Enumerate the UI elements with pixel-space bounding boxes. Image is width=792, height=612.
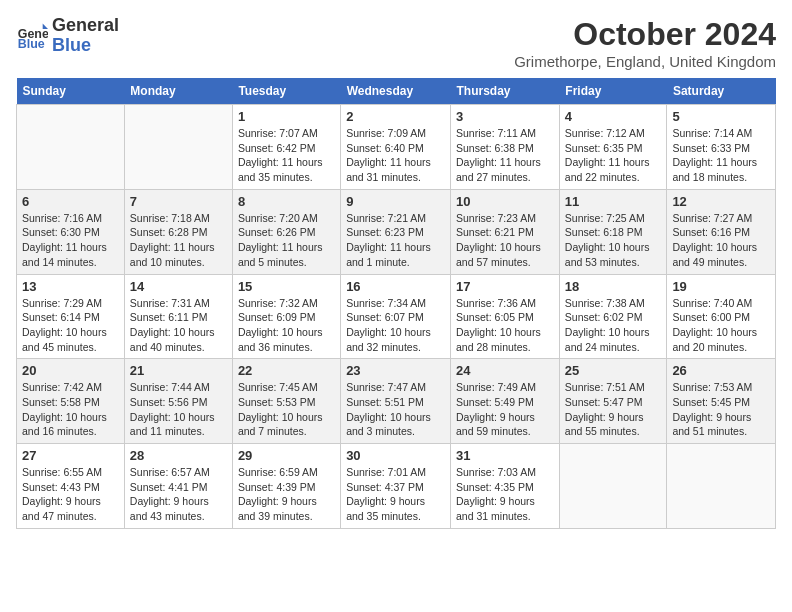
day-info: Sunrise: 7:25 AMSunset: 6:18 PMDaylight:… bbox=[565, 211, 662, 270]
day-number: 8 bbox=[238, 194, 335, 209]
weekday-header-sunday: Sunday bbox=[17, 78, 125, 105]
logo: General Blue General Blue bbox=[16, 16, 119, 56]
day-number: 15 bbox=[238, 279, 335, 294]
calendar-cell: 14Sunrise: 7:31 AMSunset: 6:11 PMDayligh… bbox=[124, 274, 232, 359]
day-number: 11 bbox=[565, 194, 662, 209]
calendar-cell: 23Sunrise: 7:47 AMSunset: 5:51 PMDayligh… bbox=[341, 359, 451, 444]
day-number: 19 bbox=[672, 279, 770, 294]
svg-text:Blue: Blue bbox=[18, 37, 45, 51]
day-number: 9 bbox=[346, 194, 445, 209]
calendar-cell bbox=[559, 444, 667, 529]
page-header: General Blue General Blue October 2024 G… bbox=[16, 16, 776, 70]
calendar-week-row: 13Sunrise: 7:29 AMSunset: 6:14 PMDayligh… bbox=[17, 274, 776, 359]
day-info: Sunrise: 7:49 AMSunset: 5:49 PMDaylight:… bbox=[456, 380, 554, 439]
weekday-header-thursday: Thursday bbox=[451, 78, 560, 105]
day-number: 30 bbox=[346, 448, 445, 463]
calendar-cell: 17Sunrise: 7:36 AMSunset: 6:05 PMDayligh… bbox=[451, 274, 560, 359]
day-info: Sunrise: 7:34 AMSunset: 6:07 PMDaylight:… bbox=[346, 296, 445, 355]
calendar-cell: 20Sunrise: 7:42 AMSunset: 5:58 PMDayligh… bbox=[17, 359, 125, 444]
day-number: 23 bbox=[346, 363, 445, 378]
day-number: 14 bbox=[130, 279, 227, 294]
day-number: 29 bbox=[238, 448, 335, 463]
day-info: Sunrise: 7:14 AMSunset: 6:33 PMDaylight:… bbox=[672, 126, 770, 185]
day-info: Sunrise: 7:16 AMSunset: 6:30 PMDaylight:… bbox=[22, 211, 119, 270]
logo-text: General Blue bbox=[52, 16, 119, 56]
day-info: Sunrise: 7:09 AMSunset: 6:40 PMDaylight:… bbox=[346, 126, 445, 185]
day-number: 4 bbox=[565, 109, 662, 124]
day-info: Sunrise: 7:42 AMSunset: 5:58 PMDaylight:… bbox=[22, 380, 119, 439]
day-number: 22 bbox=[238, 363, 335, 378]
calendar-cell: 7Sunrise: 7:18 AMSunset: 6:28 PMDaylight… bbox=[124, 189, 232, 274]
day-number: 17 bbox=[456, 279, 554, 294]
calendar-cell: 24Sunrise: 7:49 AMSunset: 5:49 PMDayligh… bbox=[451, 359, 560, 444]
day-number: 7 bbox=[130, 194, 227, 209]
day-info: Sunrise: 7:03 AMSunset: 4:35 PMDaylight:… bbox=[456, 465, 554, 524]
logo-line1: General bbox=[52, 16, 119, 36]
day-info: Sunrise: 7:51 AMSunset: 5:47 PMDaylight:… bbox=[565, 380, 662, 439]
day-info: Sunrise: 7:36 AMSunset: 6:05 PMDaylight:… bbox=[456, 296, 554, 355]
day-info: Sunrise: 7:23 AMSunset: 6:21 PMDaylight:… bbox=[456, 211, 554, 270]
weekday-header-wednesday: Wednesday bbox=[341, 78, 451, 105]
logo-line2: Blue bbox=[52, 36, 119, 56]
day-number: 3 bbox=[456, 109, 554, 124]
title-block: October 2024 Grimethorpe, England, Unite… bbox=[514, 16, 776, 70]
logo-icon: General Blue bbox=[16, 20, 48, 52]
calendar-cell: 27Sunrise: 6:55 AMSunset: 4:43 PMDayligh… bbox=[17, 444, 125, 529]
calendar-cell: 29Sunrise: 6:59 AMSunset: 4:39 PMDayligh… bbox=[232, 444, 340, 529]
calendar-cell bbox=[667, 444, 776, 529]
day-info: Sunrise: 7:20 AMSunset: 6:26 PMDaylight:… bbox=[238, 211, 335, 270]
day-info: Sunrise: 7:21 AMSunset: 6:23 PMDaylight:… bbox=[346, 211, 445, 270]
day-number: 10 bbox=[456, 194, 554, 209]
day-number: 5 bbox=[672, 109, 770, 124]
day-info: Sunrise: 7:01 AMSunset: 4:37 PMDaylight:… bbox=[346, 465, 445, 524]
calendar-week-row: 27Sunrise: 6:55 AMSunset: 4:43 PMDayligh… bbox=[17, 444, 776, 529]
weekday-header-row: SundayMondayTuesdayWednesdayThursdayFrid… bbox=[17, 78, 776, 105]
calendar-week-row: 20Sunrise: 7:42 AMSunset: 5:58 PMDayligh… bbox=[17, 359, 776, 444]
day-info: Sunrise: 7:31 AMSunset: 6:11 PMDaylight:… bbox=[130, 296, 227, 355]
calendar-cell: 16Sunrise: 7:34 AMSunset: 6:07 PMDayligh… bbox=[341, 274, 451, 359]
day-info: Sunrise: 7:38 AMSunset: 6:02 PMDaylight:… bbox=[565, 296, 662, 355]
day-number: 24 bbox=[456, 363, 554, 378]
calendar-table: SundayMondayTuesdayWednesdayThursdayFrid… bbox=[16, 78, 776, 529]
day-info: Sunrise: 7:18 AMSunset: 6:28 PMDaylight:… bbox=[130, 211, 227, 270]
day-number: 2 bbox=[346, 109, 445, 124]
day-number: 31 bbox=[456, 448, 554, 463]
day-info: Sunrise: 6:59 AMSunset: 4:39 PMDaylight:… bbox=[238, 465, 335, 524]
weekday-header-monday: Monday bbox=[124, 78, 232, 105]
calendar-cell: 31Sunrise: 7:03 AMSunset: 4:35 PMDayligh… bbox=[451, 444, 560, 529]
calendar-cell: 21Sunrise: 7:44 AMSunset: 5:56 PMDayligh… bbox=[124, 359, 232, 444]
calendar-week-row: 6Sunrise: 7:16 AMSunset: 6:30 PMDaylight… bbox=[17, 189, 776, 274]
calendar-cell: 10Sunrise: 7:23 AMSunset: 6:21 PMDayligh… bbox=[451, 189, 560, 274]
day-info: Sunrise: 7:47 AMSunset: 5:51 PMDaylight:… bbox=[346, 380, 445, 439]
calendar-cell: 6Sunrise: 7:16 AMSunset: 6:30 PMDaylight… bbox=[17, 189, 125, 274]
day-number: 27 bbox=[22, 448, 119, 463]
calendar-cell: 11Sunrise: 7:25 AMSunset: 6:18 PMDayligh… bbox=[559, 189, 667, 274]
calendar-cell: 25Sunrise: 7:51 AMSunset: 5:47 PMDayligh… bbox=[559, 359, 667, 444]
weekday-header-saturday: Saturday bbox=[667, 78, 776, 105]
day-number: 16 bbox=[346, 279, 445, 294]
weekday-header-tuesday: Tuesday bbox=[232, 78, 340, 105]
weekday-header-friday: Friday bbox=[559, 78, 667, 105]
day-number: 13 bbox=[22, 279, 119, 294]
calendar-cell: 22Sunrise: 7:45 AMSunset: 5:53 PMDayligh… bbox=[232, 359, 340, 444]
calendar-cell: 8Sunrise: 7:20 AMSunset: 6:26 PMDaylight… bbox=[232, 189, 340, 274]
day-number: 25 bbox=[565, 363, 662, 378]
calendar-cell: 28Sunrise: 6:57 AMSunset: 4:41 PMDayligh… bbox=[124, 444, 232, 529]
day-info: Sunrise: 7:29 AMSunset: 6:14 PMDaylight:… bbox=[22, 296, 119, 355]
location-subtitle: Grimethorpe, England, United Kingdom bbox=[514, 53, 776, 70]
day-info: Sunrise: 7:44 AMSunset: 5:56 PMDaylight:… bbox=[130, 380, 227, 439]
day-info: Sunrise: 7:12 AMSunset: 6:35 PMDaylight:… bbox=[565, 126, 662, 185]
day-info: Sunrise: 6:57 AMSunset: 4:41 PMDaylight:… bbox=[130, 465, 227, 524]
calendar-cell bbox=[17, 105, 125, 190]
calendar-cell: 9Sunrise: 7:21 AMSunset: 6:23 PMDaylight… bbox=[341, 189, 451, 274]
day-info: Sunrise: 6:55 AMSunset: 4:43 PMDaylight:… bbox=[22, 465, 119, 524]
day-number: 18 bbox=[565, 279, 662, 294]
calendar-cell: 13Sunrise: 7:29 AMSunset: 6:14 PMDayligh… bbox=[17, 274, 125, 359]
calendar-cell: 18Sunrise: 7:38 AMSunset: 6:02 PMDayligh… bbox=[559, 274, 667, 359]
day-number: 20 bbox=[22, 363, 119, 378]
calendar-cell: 3Sunrise: 7:11 AMSunset: 6:38 PMDaylight… bbox=[451, 105, 560, 190]
day-number: 6 bbox=[22, 194, 119, 209]
day-info: Sunrise: 7:45 AMSunset: 5:53 PMDaylight:… bbox=[238, 380, 335, 439]
calendar-cell: 1Sunrise: 7:07 AMSunset: 6:42 PMDaylight… bbox=[232, 105, 340, 190]
day-number: 21 bbox=[130, 363, 227, 378]
